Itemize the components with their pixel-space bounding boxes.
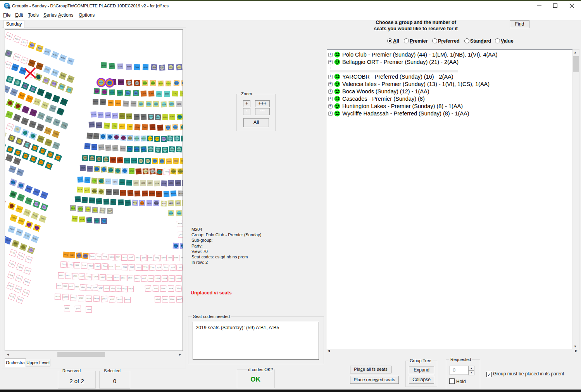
- svg-text:LW: LW: [5, 5, 9, 7]
